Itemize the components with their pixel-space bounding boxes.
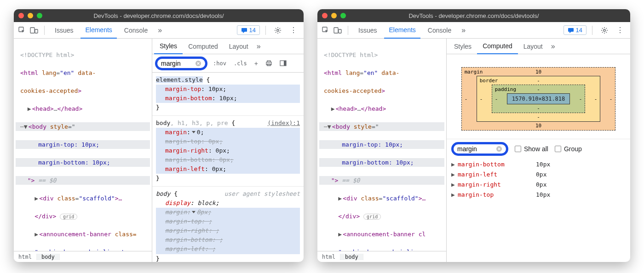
svg-point-4 xyxy=(277,29,279,31)
devtools-window-styles: DevTools - developer.chrome.com/docs/dev… xyxy=(14,9,304,262)
svg-line-28 xyxy=(602,28,603,29)
titlebar[interactable]: DevTools - developer.chrome.com/docs/dev… xyxy=(14,9,304,22)
inspect-icon[interactable] xyxy=(321,26,330,35)
svg-rect-1 xyxy=(30,28,34,33)
dom-pane: <!DOCTYPE html> <html lang="en" data- co… xyxy=(317,39,446,262)
styles-toolbar: :hov .cls + xyxy=(152,54,304,73)
messages-count: 14 xyxy=(576,27,582,34)
device-toggle-icon[interactable] xyxy=(333,26,342,35)
svg-line-12 xyxy=(280,28,281,29)
styles-pane: Styles Computed Layout » :hov .cls + xyxy=(152,39,304,262)
styles-content[interactable]: element.style { margin-top: 10px; margin… xyxy=(152,73,304,262)
more-tabs-icon[interactable]: » xyxy=(459,26,468,34)
svg-rect-21 xyxy=(339,29,341,33)
messages-badge[interactable]: 14 xyxy=(564,25,586,35)
computed-toolbar: Show all Group xyxy=(447,139,630,158)
main-tabs: Issues Elements Console » 14 ⋮ xyxy=(317,22,630,39)
svg-line-30 xyxy=(602,32,603,33)
breadcrumb: html body xyxy=(14,251,152,262)
messages-badge[interactable]: 14 xyxy=(237,25,260,35)
tab-issues[interactable]: Issues xyxy=(50,22,78,39)
grid-badge[interactable]: grid xyxy=(363,214,381,220)
clear-icon[interactable] xyxy=(195,60,201,67)
svg-line-11 xyxy=(276,32,276,33)
crumb-body[interactable]: body xyxy=(37,254,60,260)
subtab-styles[interactable]: Styles xyxy=(448,39,477,54)
gear-icon[interactable] xyxy=(271,27,284,34)
list-item: ▶margin-left0px xyxy=(451,170,626,180)
device-toggle-icon[interactable] xyxy=(29,26,39,35)
svg-rect-2 xyxy=(35,29,38,33)
grid-badge[interactable]: grid xyxy=(60,214,77,220)
show-all-checkbox[interactable]: Show all xyxy=(515,145,548,153)
devtools-window-computed: DevTools - developer.chrome.com/docs/dev… xyxy=(317,9,630,262)
print-icon[interactable] xyxy=(264,60,274,67)
content-size: 1570.910×831.818 xyxy=(507,93,570,104)
dom-tree[interactable]: <!DOCTYPE html> <html lang="en" data- co… xyxy=(317,39,446,251)
dom-pane: <!DOCTYPE html> <html lang="en" data- co… xyxy=(14,39,152,262)
window-title: DevTools - developer.chrome.com/docs/dev… xyxy=(317,12,630,19)
more-subtabs-icon[interactable]: » xyxy=(254,42,264,51)
tab-elements[interactable]: Elements xyxy=(80,22,116,39)
subtab-styles[interactable]: Styles xyxy=(154,39,183,54)
tab-issues[interactable]: Issues xyxy=(354,22,381,39)
computed-pane: Styles Computed Layout » margin 10 10 - … xyxy=(446,39,630,262)
svg-line-9 xyxy=(276,28,276,29)
subtab-computed[interactable]: Computed xyxy=(477,39,518,54)
filter-field[interactable] xyxy=(457,145,494,153)
more-tabs-icon[interactable]: » xyxy=(155,26,165,34)
list-item: ▶margin-bottom10px xyxy=(451,159,626,170)
svg-point-23 xyxy=(604,29,605,31)
message-icon xyxy=(241,27,247,34)
panel-toggle-icon[interactable] xyxy=(278,60,288,67)
source-link[interactable]: (index):1 xyxy=(268,119,300,128)
message-icon xyxy=(568,27,574,34)
dom-tree[interactable]: <!DOCTYPE html> <html lang="en" data- co… xyxy=(14,39,152,251)
list-item: ▶margin-top10px xyxy=(451,190,626,200)
box-model-diagram[interactable]: margin 10 10 - - border -- -- padding --… xyxy=(447,54,630,139)
svg-rect-15 xyxy=(267,61,270,62)
crumb-html[interactable]: html xyxy=(14,254,37,260)
computed-filter-input[interactable] xyxy=(451,142,508,156)
more-subtabs-icon[interactable]: » xyxy=(548,42,558,51)
crumb-html[interactable]: html xyxy=(317,254,340,260)
group-checkbox[interactable]: Group xyxy=(555,145,582,153)
subtab-layout[interactable]: Layout xyxy=(518,39,548,54)
subtab-layout[interactable]: Layout xyxy=(224,39,254,54)
messages-count: 14 xyxy=(249,27,256,34)
cls-button[interactable]: .cls xyxy=(232,60,249,67)
list-item: ▶margin-right0px xyxy=(451,180,626,190)
computed-list[interactable]: ▶margin-bottom10px ▶margin-left0px ▶marg… xyxy=(447,158,630,262)
svg-rect-3 xyxy=(242,28,247,32)
tab-console[interactable]: Console xyxy=(423,22,456,39)
titlebar[interactable]: DevTools - developer.chrome.com/docs/dev… xyxy=(317,9,630,22)
tab-console[interactable]: Console xyxy=(120,22,152,39)
inspect-icon[interactable] xyxy=(17,26,27,35)
new-rule-icon[interactable]: + xyxy=(253,60,260,67)
doctype[interactable]: <!DOCTYPE html> xyxy=(16,51,150,60)
styles-filter-input[interactable] xyxy=(155,57,207,70)
breadcrumb: html body xyxy=(317,251,446,262)
svg-rect-22 xyxy=(568,28,574,32)
tab-elements[interactable]: Elements xyxy=(384,22,420,39)
hov-button[interactable]: :hov xyxy=(211,60,228,67)
main-tabs: Issues Elements Console » 14 ⋮ xyxy=(14,22,304,39)
sub-tabs: Styles Computed Layout » xyxy=(152,39,304,54)
doctype[interactable]: <!DOCTYPE html> xyxy=(319,51,444,60)
kebab-icon[interactable]: ⋮ xyxy=(287,26,300,34)
gear-icon[interactable] xyxy=(598,27,611,34)
svg-line-29 xyxy=(606,32,607,33)
filter-field[interactable] xyxy=(161,60,193,67)
crumb-body[interactable]: body xyxy=(340,254,363,260)
kebab-icon[interactable]: ⋮ xyxy=(614,26,627,34)
svg-rect-18 xyxy=(284,61,286,66)
clear-icon[interactable] xyxy=(496,146,502,152)
window-title: DevTools - developer.chrome.com/docs/dev… xyxy=(14,12,304,19)
svg-line-31 xyxy=(606,28,607,29)
svg-line-10 xyxy=(280,32,281,33)
svg-rect-20 xyxy=(334,28,338,33)
sub-tabs: Styles Computed Layout » xyxy=(447,39,630,54)
subtab-computed[interactable]: Computed xyxy=(183,39,224,54)
